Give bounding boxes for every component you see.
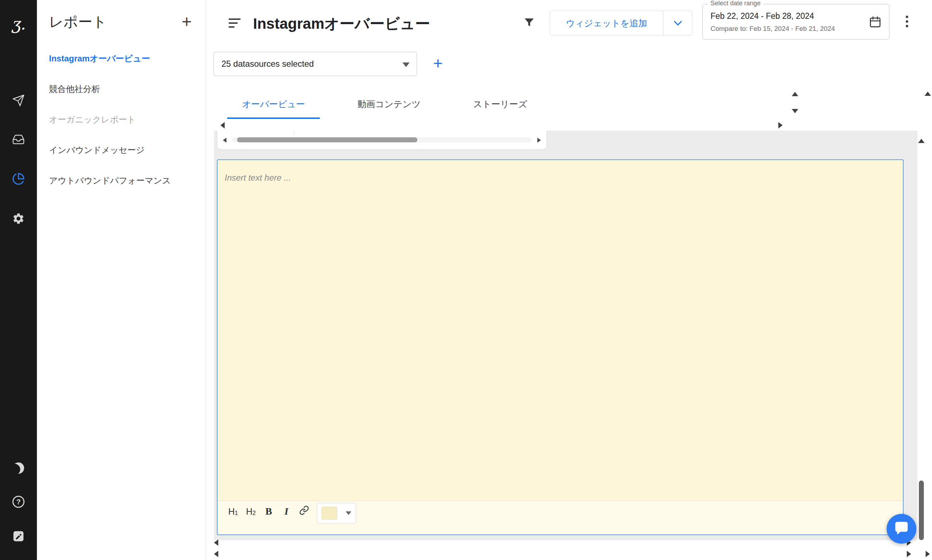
date-range-picker[interactable]: Select date range Feb 22, 2024 - Feb 28,… <box>702 4 889 40</box>
chevron-down-icon <box>674 17 682 26</box>
app-logo[interactable]: ʒ. <box>0 13 37 35</box>
add-widget-split-button: ウィジェットを追加 <box>550 11 692 35</box>
widget-hscroll-thumb[interactable] <box>237 137 417 142</box>
tab-stories[interactable]: ストーリーズ <box>458 89 542 119</box>
filter-funnel-icon <box>523 24 535 30</box>
text-format-toolbar: H1 H2 B I <box>218 500 903 534</box>
nav-rail: ʒ. ? <box>0 0 37 560</box>
chat-bubble-icon <box>894 521 909 537</box>
report-list: Instagramオーバービュー 競合他社分析 オーガニックレポート インバウン… <box>37 43 206 196</box>
page-hscroll-right-button[interactable] <box>904 549 914 558</box>
triangle-up-icon <box>918 139 924 143</box>
add-widget-dropdown-button[interactable] <box>663 11 692 35</box>
h2-label: H <box>246 506 252 517</box>
nav-inbox-button[interactable] <box>0 134 37 146</box>
tab-scroll-up-button[interactable] <box>791 89 800 98</box>
chat-launcher-button[interactable] <box>887 514 917 544</box>
calendar-icon <box>869 15 882 30</box>
tab-overview[interactable]: オーバービュー <box>227 89 320 119</box>
triangle-left-icon <box>214 551 218 557</box>
triangle-down-icon <box>792 109 798 113</box>
widget-hscroll-left-button[interactable] <box>220 135 229 145</box>
page-hscroll-left-button[interactable] <box>212 549 221 558</box>
inbox-icon <box>12 133 25 147</box>
moon-icon <box>12 462 25 475</box>
column-divider <box>294 131 294 135</box>
content-vscroll-thumb[interactable] <box>919 480 924 540</box>
pie-chart-icon <box>12 172 25 187</box>
triangle-left-icon <box>220 122 225 128</box>
kebab-menu-icon <box>904 15 909 27</box>
pencil-square-icon <box>12 530 25 544</box>
triangle-left-icon <box>214 539 218 546</box>
tabs-hscroll-right-button[interactable] <box>776 121 785 130</box>
more-options-button[interactable] <box>904 15 909 29</box>
triangle-up-icon <box>792 92 798 96</box>
add-report-button[interactable]: + <box>182 13 192 30</box>
widget-canvas: Insert text here ... H1 H2 B I <box>214 131 917 540</box>
corner-scroll-right-button[interactable] <box>923 549 932 558</box>
triangle-right-icon <box>907 551 911 557</box>
h2-sub: 2 <box>252 510 255 516</box>
paper-plane-icon <box>12 94 25 108</box>
nav-settings-button[interactable] <box>0 213 37 226</box>
page-title: Instagramオーバービュー <box>253 14 430 34</box>
date-range-value: Feb 22, 2024 - Feb 28, 2024 <box>711 11 814 21</box>
heading-2-button[interactable]: H2 <box>243 503 259 520</box>
tab-scroll-down-button[interactable] <box>791 106 800 116</box>
app: ʒ. ? <box>0 0 932 560</box>
text-widget[interactable]: Insert text here ... H1 H2 B I <box>217 159 904 535</box>
report-menu-button[interactable] <box>229 18 241 30</box>
h1-label: H <box>228 506 235 517</box>
datasource-select-value: 25 datasources selected <box>221 59 314 69</box>
tab-video-content[interactable]: 動画コンテンツ <box>343 89 435 119</box>
report-tabs: オーバービュー 動画コンテンツ ストーリーズ <box>206 89 932 119</box>
tabs-hscroll-left-button[interactable] <box>218 121 227 130</box>
help-icon: ? <box>12 496 25 508</box>
sidebar-item-instagram-overview[interactable]: Instagramオーバービュー <box>37 43 206 74</box>
link-icon <box>299 505 309 517</box>
triangle-right-icon <box>926 551 930 557</box>
dark-mode-toggle[interactable] <box>0 462 37 474</box>
color-swatch <box>321 507 337 520</box>
whats-new-button[interactable] <box>0 531 37 543</box>
gear-icon <box>12 212 25 226</box>
date-range-compare: Compare to: Feb 15, 2024 - Feb 21, 2024 <box>711 25 835 33</box>
logo-glyph: ʒ. <box>11 14 26 33</box>
triangle-up-icon <box>924 92 931 96</box>
page-scroll-up-button[interactable] <box>923 89 932 98</box>
cropped-widget <box>217 131 547 150</box>
add-widget-button[interactable]: ウィジェットを追加 <box>550 11 663 35</box>
content-hscroll-left-button[interactable] <box>212 538 221 547</box>
link-button[interactable] <box>296 503 312 520</box>
content-scroll-up-button[interactable] <box>917 136 926 146</box>
sidebar-header: レポート + <box>37 0 206 43</box>
date-range-legend: Select date range <box>708 0 763 7</box>
widget-hscroll-right-button[interactable] <box>535 135 544 145</box>
help-button[interactable]: ? <box>0 495 37 508</box>
sidebar-item-organic-report[interactable]: オーガニックレポート <box>37 104 206 135</box>
nav-analytics-button[interactable] <box>0 173 37 186</box>
triangle-right-icon <box>537 138 541 143</box>
italic-button[interactable]: I <box>278 503 294 520</box>
sidebar-item-outbound-performance[interactable]: アウトバウンドパフォーマンス <box>37 165 206 196</box>
filter-button[interactable] <box>523 16 536 30</box>
text-widget-placeholder: Insert text here ... <box>225 173 291 183</box>
hamburger-icon <box>229 18 241 28</box>
caret-down-icon <box>346 511 351 515</box>
bold-button[interactable]: B <box>261 503 277 520</box>
triangle-left-icon <box>223 138 226 143</box>
background-color-picker[interactable] <box>317 503 356 523</box>
h1-sub: 1 <box>235 510 238 516</box>
reports-sidebar: レポート + Instagramオーバービュー 競合他社分析 オーガニックレポー… <box>37 0 206 560</box>
datasource-select[interactable]: 25 datasources selected <box>213 52 417 76</box>
heading-1-button[interactable]: H1 <box>225 503 241 520</box>
triangle-right-icon <box>778 122 783 128</box>
sidebar-item-inbound-messages[interactable]: インバウンドメッセージ <box>37 135 206 165</box>
main-area: Instagramオーバービュー ウィジェットを追加 Select date r… <box>206 0 932 560</box>
nav-publish-button[interactable] <box>0 95 37 108</box>
sidebar-item-competitor-analysis[interactable]: 競合他社分析 <box>37 74 206 104</box>
caret-down-icon <box>403 63 409 67</box>
add-datasource-button[interactable]: + <box>428 53 448 73</box>
sidebar-title: レポート <box>49 12 107 32</box>
